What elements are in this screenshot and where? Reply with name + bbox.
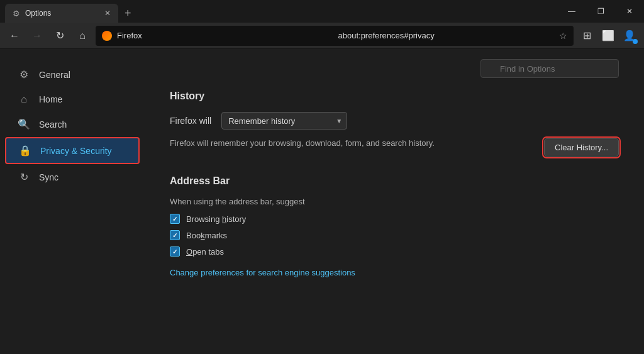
search-suggestions-link[interactable]: Change preferences for search engine sug…: [170, 268, 355, 277]
sidebar: ⚙ General ⌂ Home 🔍 Search 🔒 Privacy & Se…: [0, 49, 145, 354]
clear-history-button[interactable]: Clear History...: [544, 138, 619, 157]
toolbar-icons: ⊞ ⬜ 👤: [577, 26, 639, 45]
find-input-wrapper: 🔍: [480, 59, 619, 78]
new-tab-button[interactable]: +: [121, 4, 135, 23]
browsing-history-checkbox[interactable]: [170, 214, 180, 224]
open-tabs-checkbox[interactable]: [170, 246, 180, 257]
history-dropdown-wrapper: Remember history Never remember history …: [221, 112, 347, 130]
open-tabs-row: Open tabs: [170, 246, 619, 257]
minimize-button[interactable]: —: [557, 0, 586, 23]
address-bar-section: Address Bar When using the address bar, …: [170, 175, 619, 278]
sidebar-item-home[interactable]: ⌂ Home: [5, 87, 140, 111]
synced-tabs-button[interactable]: ⬜: [599, 26, 618, 45]
tab-settings-icon: ⚙: [13, 9, 20, 18]
sidebar-item-sync[interactable]: ↻ Sync: [5, 165, 140, 189]
open-tabs-label: Open tabs: [186, 247, 224, 257]
sidebar-item-general[interactable]: ⚙ General: [5, 62, 140, 87]
main-layout: ⚙ General ⌂ Home 🔍 Search 🔒 Privacy & Se…: [0, 49, 644, 354]
content-area: 🔍 History Firefox will Remember history …: [145, 49, 644, 354]
sync-icon: ↻: [18, 171, 30, 183]
library-button[interactable]: ⊞: [577, 26, 596, 45]
firefox-logo-icon: [102, 31, 112, 41]
profile-sync-dot: [633, 39, 638, 44]
sidebar-label-home: Home: [39, 94, 62, 104]
search-nav-icon: 🔍: [18, 118, 30, 130]
sidebar-item-search[interactable]: 🔍 Search: [5, 112, 140, 136]
profile-wrapper: 👤: [620, 26, 639, 45]
active-tab[interactable]: ⚙ Options ✕: [5, 4, 118, 23]
history-desc-row: Firefox will remember your browsing, dow…: [170, 138, 619, 157]
browser-label: Firefox: [117, 31, 333, 40]
refresh-button[interactable]: ↻: [50, 26, 69, 45]
back-button[interactable]: ←: [5, 26, 24, 45]
history-firefox-will-row: Firefox will Remember history Never reme…: [170, 112, 619, 130]
bookmarks-row: Bookmarks: [170, 230, 619, 240]
tab-title: Options: [25, 9, 51, 18]
navigation-bar: ← → ↻ ⌂ Firefox about:preferences#privac…: [0, 23, 644, 49]
history-section-title: History: [170, 91, 619, 102]
find-in-options-wrapper: 🔍: [170, 59, 619, 78]
history-description: Firefox will remember your browsing, dow…: [170, 138, 435, 148]
tab-area: ⚙ Options ✕ +: [5, 0, 557, 23]
firefox-will-label: Firefox will: [170, 116, 211, 126]
sidebar-label-search: Search: [39, 119, 67, 130]
bookmark-star-icon[interactable]: ☆: [559, 31, 567, 41]
history-section: History Firefox will Remember history Ne…: [170, 91, 619, 157]
general-icon: ⚙: [18, 69, 30, 80]
home-button[interactable]: ⌂: [73, 26, 92, 45]
browsing-history-label: Browsing history: [186, 214, 246, 224]
bookmarks-checkbox[interactable]: [170, 230, 180, 240]
home-icon: ⌂: [18, 94, 30, 105]
address-bar-description: When using the address bar, suggest: [170, 197, 619, 206]
browsing-history-row: Browsing history: [170, 214, 619, 224]
window-controls: — ❐ ✕: [557, 0, 644, 23]
sidebar-label-general: General: [39, 70, 70, 80]
privacy-lock-icon: 🔒: [19, 145, 31, 157]
sidebar-label-privacy: Privacy & Security: [40, 146, 112, 156]
window-close-button[interactable]: ✕: [615, 0, 644, 23]
bookmarks-label: Bookmarks: [186, 231, 227, 240]
sidebar-item-privacy[interactable]: 🔒 Privacy & Security: [5, 137, 140, 164]
forward-button[interactable]: →: [28, 26, 47, 45]
tab-close-button[interactable]: ✕: [104, 9, 111, 18]
sidebar-label-sync: Sync: [39, 172, 58, 182]
address-text: about:preferences#privacy: [338, 31, 555, 40]
maximize-button[interactable]: ❐: [586, 0, 615, 23]
address-bar[interactable]: Firefox about:preferences#privacy ☆: [96, 26, 574, 46]
find-in-options-input[interactable]: [480, 59, 619, 78]
address-bar-section-title: Address Bar: [170, 175, 619, 187]
history-dropdown[interactable]: Remember history Never remember history …: [221, 112, 347, 130]
title-bar: ⚙ Options ✕ + — ❐ ✕: [0, 0, 644, 23]
